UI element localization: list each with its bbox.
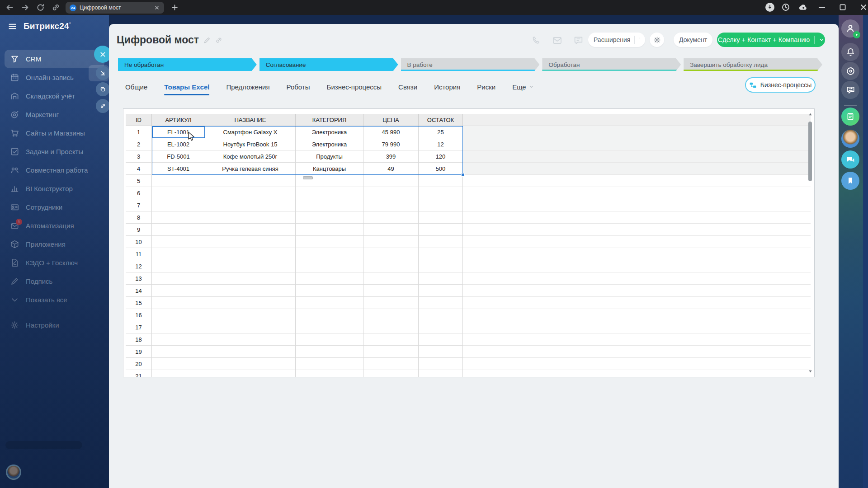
sheet-cell[interactable]: 399 xyxy=(363,150,419,163)
maximize-icon[interactable] xyxy=(838,3,847,12)
sheet-cell[interactable] xyxy=(205,260,296,272)
sheet-cell[interactable] xyxy=(419,321,463,333)
sidebar-item-bi-builder[interactable]: BI Конструктор xyxy=(5,179,104,198)
sheet-cell[interactable]: ST-4001 xyxy=(152,163,205,175)
sidebar-item-kedo-goskluch[interactable]: КЭДО + Госключ xyxy=(5,253,104,272)
sheet-cell[interactable]: 45 990 xyxy=(363,126,419,138)
sheet-cell[interactable] xyxy=(152,309,205,321)
sheet-cell[interactable]: 25 xyxy=(419,126,463,138)
sheet-cell[interactable] xyxy=(152,260,205,272)
sheet-cell[interactable] xyxy=(419,211,463,224)
extensions-dropdown[interactable]: Расширения xyxy=(588,33,645,47)
row-id-cell[interactable]: 18 xyxy=(126,333,152,346)
sheet-cell[interactable] xyxy=(296,224,363,236)
sidebar-item-sites-stores[interactable]: Сайты и Магазины xyxy=(5,124,104,142)
row-id-cell[interactable]: 2 xyxy=(126,138,152,150)
sheet-cell[interactable] xyxy=(152,321,205,333)
copy-link-slider-icon[interactable] xyxy=(96,99,110,113)
sheet-cell[interactable] xyxy=(296,370,363,377)
sheet-cell[interactable] xyxy=(419,248,463,260)
sidebar-item-settings[interactable]: Настройки xyxy=(5,316,104,334)
column-header[interactable]: НАЗВАНИЕ xyxy=(205,114,296,126)
sheet-cell[interactable] xyxy=(296,333,363,346)
tab-бизнес-процессы[interactable]: Бизнес-процессы xyxy=(327,83,382,92)
scroll-down-icon[interactable] xyxy=(808,369,812,373)
sheet-cell[interactable] xyxy=(205,358,296,370)
sheet-cell[interactable] xyxy=(363,175,419,187)
row-id-cell[interactable]: 3 xyxy=(126,150,152,163)
sheet-cell[interactable] xyxy=(419,333,463,346)
user-avatar[interactable] xyxy=(6,465,21,480)
sheet-cell[interactable] xyxy=(363,211,419,224)
sidebar-item-collaboration[interactable]: Совместная работа xyxy=(5,161,104,179)
sheet-cell[interactable] xyxy=(419,272,463,285)
fill-handle[interactable] xyxy=(461,173,465,177)
sidebar-item-inventory[interactable]: Складской учёт xyxy=(5,87,104,105)
sheet-cell[interactable] xyxy=(419,358,463,370)
sheet-cell[interactable] xyxy=(296,358,363,370)
row-id-cell[interactable]: 8 xyxy=(126,211,152,224)
sheet-cell[interactable] xyxy=(363,297,419,309)
sheet-cell[interactable] xyxy=(205,187,296,199)
pipeline-stage[interactable]: Завершить обработку лида xyxy=(684,58,822,71)
edit-title-icon[interactable] xyxy=(203,37,211,44)
sheet-cell[interactable] xyxy=(205,175,296,187)
row-id-cell[interactable]: 7 xyxy=(126,199,152,211)
sidebar-item-automation[interactable]: 1 Автоматизация xyxy=(5,216,104,235)
sheet-cell[interactable]: Продукты xyxy=(296,150,363,163)
sheet-cell[interactable] xyxy=(419,297,463,309)
sheet-cell[interactable] xyxy=(152,199,205,211)
create-deal-contact-company-button[interactable]: Сделку + Контакт + Компанию xyxy=(717,33,825,47)
sheet-cell[interactable] xyxy=(363,224,419,236)
window-close-icon[interactable] xyxy=(859,3,868,12)
sheet-cell[interactable] xyxy=(363,272,419,285)
sheet-cell[interactable]: Электроника xyxy=(296,138,363,150)
sheet-cell[interactable] xyxy=(152,248,205,260)
business-processes-button[interactable]: Бизнес-процессы xyxy=(745,77,816,93)
sheet-cell[interactable]: 79 990 xyxy=(363,138,419,150)
history-clock-icon[interactable] xyxy=(781,3,790,12)
sheet-cell[interactable]: 120 xyxy=(419,150,463,163)
sheet-cell[interactable] xyxy=(296,272,363,285)
tab-риски[interactable]: Риски xyxy=(477,83,495,92)
sheet-cell[interactable] xyxy=(296,248,363,260)
sheet-cell[interactable] xyxy=(205,297,296,309)
sheet-cell[interactable]: Ноутбук ProBook 15 xyxy=(205,138,296,150)
sheet-cell[interactable] xyxy=(296,187,363,199)
sheet-cell[interactable] xyxy=(205,309,296,321)
sheet-cell[interactable]: EL-1002 xyxy=(152,138,205,150)
sheet-cell[interactable] xyxy=(205,285,296,297)
sheet-cell[interactable] xyxy=(152,272,205,285)
sheet-cell[interactable]: 500 xyxy=(419,163,463,175)
row-id-cell[interactable]: 12 xyxy=(126,260,152,272)
column-header[interactable]: ОСТАТОК xyxy=(419,114,463,126)
bookmark-icon[interactable] xyxy=(841,172,859,190)
tab-связи[interactable]: Связи xyxy=(398,83,417,92)
sidebar-item-marketing[interactable]: Маркетинг xyxy=(5,105,104,124)
menu-hamburger-icon[interactable] xyxy=(8,22,17,31)
row-id-cell[interactable]: 1 xyxy=(126,126,152,138)
reload-icon[interactable] xyxy=(36,3,45,12)
sheet-cell[interactable] xyxy=(363,199,419,211)
sheet-cell[interactable] xyxy=(419,370,463,377)
link-icon[interactable] xyxy=(52,3,60,12)
sheet-cell[interactable] xyxy=(419,187,463,199)
sheet-cell[interactable] xyxy=(152,187,205,199)
back-icon[interactable] xyxy=(5,3,14,12)
sidebar-item-show-all[interactable]: Показать все xyxy=(5,291,104,309)
row-id-cell[interactable]: 21 xyxy=(126,370,152,377)
row-id-cell[interactable]: 6 xyxy=(126,187,152,199)
sheet-cell[interactable] xyxy=(363,321,419,333)
column-header[interactable]: КАТЕГОРИЯ xyxy=(296,114,363,126)
row-id-cell[interactable]: 9 xyxy=(126,224,152,236)
sheet-cell[interactable]: Ручка гелевая синяя xyxy=(205,163,296,175)
pipeline-stage[interactable]: Не обработан xyxy=(118,58,257,71)
sidebar-item-apps[interactable]: Приложения xyxy=(5,235,104,253)
sheet-cell[interactable] xyxy=(296,236,363,248)
tab-предложения[interactable]: Предложения xyxy=(226,83,269,92)
row-id-cell[interactable]: 10 xyxy=(126,236,152,248)
sheet-cell[interactable] xyxy=(152,211,205,224)
row-id-cell[interactable]: 14 xyxy=(126,285,152,297)
column-header[interactable]: АРТИКУЛ xyxy=(152,114,205,126)
sheet-cell[interactable] xyxy=(363,285,419,297)
